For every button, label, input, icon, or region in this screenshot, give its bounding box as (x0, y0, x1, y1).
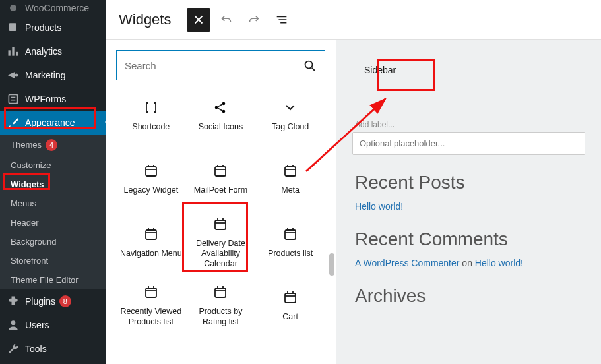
menu-users[interactable]: Users (0, 313, 106, 337)
sub-header[interactable]: Header (0, 213, 106, 232)
plugins-icon (7, 295, 20, 308)
analytics-icon (7, 45, 20, 58)
admin-sidebar: WooCommerce Products Analytics Marketing… (0, 0, 106, 364)
comment-post-link[interactable]: Hello world! (475, 258, 523, 268)
block-label: Products list (268, 249, 313, 259)
svg-rect-27 (146, 230, 156, 239)
block-social-icons[interactable]: Social Icons (186, 84, 256, 148)
menu-label: Products (25, 22, 61, 33)
sub-widgets[interactable]: Widgets (0, 175, 106, 194)
svg-rect-1 (9, 23, 16, 31)
menu-label: Appearance (25, 117, 75, 128)
block-navigation-menu[interactable]: Navigation Menu (116, 211, 186, 274)
calendar-icon (282, 163, 298, 179)
block-legacy-widget[interactable]: Legacy Widget (116, 148, 186, 211)
menu-label: WPForms (25, 94, 66, 104)
search-input[interactable] (125, 60, 302, 71)
comment-author-link[interactable]: A WordPress Commenter (355, 258, 459, 268)
products-icon (7, 21, 20, 34)
menu-label: Marketing (25, 70, 65, 80)
inserter-scrollbar[interactable] (329, 128, 334, 359)
svg-point-14 (222, 110, 226, 113)
redo-icon (247, 13, 261, 27)
calendar-icon (143, 226, 159, 242)
close-inserter-button[interactable] (187, 8, 210, 32)
sidebar-area-tab[interactable]: Sidebar (350, 55, 410, 84)
calendar-icon (143, 163, 159, 179)
block-cart[interactable]: Cart (255, 274, 325, 338)
menu-label: Plugins (25, 296, 55, 307)
recent-comments-heading: Recent Comments (355, 229, 585, 250)
block-mailpoet-form[interactable]: MailPoet Form (186, 148, 256, 211)
recent-post-link[interactable]: Hello world! (355, 201, 403, 212)
calendar-icon (212, 163, 228, 179)
block-label: Navigation Menu (120, 249, 182, 259)
block-label: Cart (282, 312, 298, 322)
block-tag-cloud[interactable]: Tag Cloud (255, 84, 325, 148)
block-products-by-rating-list[interactable]: Products by Rating list (186, 274, 256, 338)
svg-rect-3 (12, 47, 14, 55)
archives-heading: Archives (355, 286, 585, 307)
list-icon (274, 13, 289, 27)
menu-appearance[interactable]: Appearance (0, 111, 106, 135)
block-label: Recently Viewed Products list (119, 307, 183, 327)
svg-rect-23 (285, 167, 296, 176)
recent-posts-heading: Recent Posts (355, 172, 585, 193)
woo-icon (7, 1, 20, 15)
calendar-icon (143, 284, 159, 300)
menu-tools[interactable]: Tools (0, 337, 106, 361)
block-grid: Shortcode Social Icons Tag Cloud Legacy … (116, 84, 325, 338)
block-meta[interactable]: Meta (255, 148, 325, 211)
svg-rect-39 (146, 288, 156, 297)
calendar-icon (212, 216, 228, 232)
block-inserter-panel: Shortcode Social Icons Tag Cloud Legacy … (106, 40, 336, 364)
menu-products[interactable]: Products (0, 16, 106, 40)
menu-label: WooCommerce (25, 3, 89, 13)
undo-button[interactable] (214, 8, 238, 32)
svg-rect-47 (285, 293, 296, 303)
themes-badge: 4 (46, 139, 57, 151)
users-icon (7, 318, 20, 332)
sub-themes[interactable]: Themes4 (0, 135, 106, 156)
block-label: Social Icons (199, 122, 243, 133)
block-label: Products by Rating list (189, 307, 253, 327)
block-recently-viewed-products-list[interactable]: Recently Viewed Products list (116, 274, 186, 338)
appearance-submenu: Themes4 Customize Widgets Menus Header B… (0, 135, 106, 289)
menu-woocommerce[interactable]: WooCommerce (0, 0, 106, 16)
menu-analytics[interactable]: Analytics (0, 40, 106, 63)
block-shortcode[interactable]: Shortcode (116, 84, 186, 148)
wpforms-icon (7, 92, 20, 106)
marketing-icon (7, 69, 20, 82)
svg-rect-43 (215, 288, 226, 297)
menu-marketing[interactable]: Marketing (0, 63, 106, 87)
svg-rect-19 (215, 167, 226, 176)
plugins-badge: 8 (59, 295, 71, 307)
svg-rect-2 (9, 50, 11, 55)
svg-rect-4 (16, 52, 18, 56)
block-label: Meta (281, 185, 300, 196)
calendar-icon (282, 289, 298, 305)
sub-customize[interactable]: Customize (0, 156, 106, 175)
menu-plugins[interactable]: Plugins 8 (0, 289, 106, 313)
svg-rect-6 (9, 94, 17, 103)
list-view-button[interactable] (270, 8, 294, 32)
search-block-placeholder-input[interactable] (352, 132, 585, 155)
svg-rect-15 (146, 167, 156, 176)
block-products-list[interactable]: Products list (255, 211, 325, 274)
redo-button[interactable] (242, 8, 266, 32)
sub-background[interactable]: Background (0, 232, 106, 251)
search-icon (302, 58, 317, 73)
share-icon (212, 100, 228, 115)
sub-storefront[interactable]: Storefront (0, 251, 106, 270)
scrollbar-thumb[interactable] (329, 253, 334, 276)
block-search[interactable] (116, 50, 325, 80)
page-title: Widgets (119, 11, 171, 28)
block-delivery-date-availability-calendar[interactable]: Delivery Date Availability Calendar (186, 211, 256, 274)
svg-line-11 (312, 68, 315, 71)
menu-wpforms[interactable]: WPForms (0, 87, 106, 111)
shortcode-icon (143, 100, 159, 115)
sub-theme-file-editor[interactable]: Theme File Editor (0, 270, 106, 289)
svg-point-12 (215, 106, 218, 109)
sub-menus[interactable]: Menus (0, 194, 106, 213)
svg-point-0 (10, 5, 16, 11)
